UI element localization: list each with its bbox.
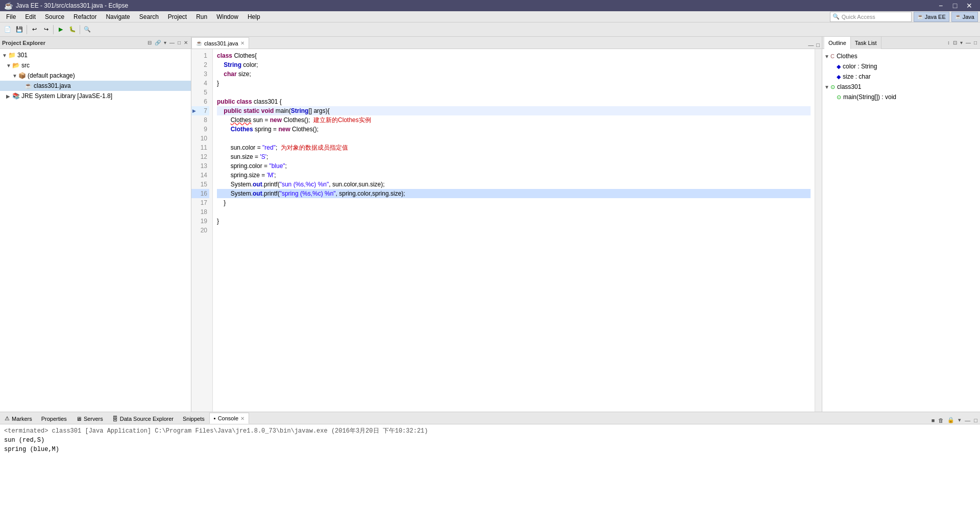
new-button[interactable]: 📄 — [2, 24, 13, 35]
outline-item-main[interactable]: ⊙ main(String[]) : void — [822, 92, 980, 102]
outline-class-icon-class301: ⊙ — [830, 84, 835, 90]
menu-search[interactable]: Search — [135, 12, 163, 21]
ln-17: 17 — [191, 198, 209, 207]
code-line-11: sun.color = "red"; 为对象的数据成员指定值 — [217, 143, 811, 152]
menu-window[interactable]: Window — [212, 12, 242, 21]
task-list-tab-btn[interactable]: Task List — [851, 37, 881, 49]
link-editor-icon[interactable]: 🔗 — [154, 39, 162, 46]
menu-help[interactable]: Help — [243, 12, 264, 21]
tab-properties[interactable]: Properties — [37, 413, 71, 424]
tab-java-icon: ☕ — [196, 40, 202, 46]
outline-label-main: main(String[]) : void — [843, 93, 896, 101]
kw-public-2: public — [224, 106, 241, 115]
tab-data-source[interactable]: 🗄 Data Source Explorer — [108, 413, 178, 424]
tab-console[interactable]: ▪ Console ✕ — [209, 413, 249, 424]
tab-label-data-source: Data Source Explorer — [120, 416, 174, 422]
menu-run[interactable]: Run — [192, 12, 211, 21]
project-explorer-icons: ⊟ 🔗 ▾ — □ ✕ — [146, 39, 189, 46]
java-perspective[interactable]: ☕ Java — [951, 12, 978, 22]
editor-minimize-icon[interactable]: — — [807, 41, 815, 49]
tab-servers[interactable]: 🖥 Servers — [71, 413, 108, 424]
console-close-icon[interactable]: ✕ — [240, 416, 244, 421]
tab-markers[interactable]: ⚠ Markers — [0, 413, 37, 424]
view-menu-icon[interactable]: ▾ — [163, 39, 167, 46]
console-scroll-lock-icon[interactable]: 🔒 — [946, 416, 956, 424]
debug-button[interactable]: 🐛 — [67, 24, 78, 35]
console-terminate-icon[interactable]: ■ — [930, 417, 937, 424]
outline-item-color[interactable]: ◆ color : String — [822, 61, 980, 72]
title-bar-controls: − □ ✕ — [934, 1, 976, 10]
kw-void: void — [261, 106, 274, 115]
tree-item-src[interactable]: ▼ 📂 src — [0, 60, 191, 70]
menu-edit[interactable]: Edit — [21, 12, 40, 21]
outline-class-icon-clothes: C — [830, 53, 835, 59]
close-button[interactable]: ✕ — [963, 1, 976, 10]
outline-menu-icon[interactable]: ▾ — [959, 39, 964, 46]
outline-tab-btn[interactable]: Outline — [824, 37, 851, 49]
kw-string-2: String — [291, 106, 309, 115]
search-icon: 🔍 — [832, 13, 840, 20]
collapse-all-icon[interactable]: ⊟ — [146, 39, 153, 46]
java-ee-perspective[interactable]: ☕ Java EE — [914, 12, 949, 22]
outline-header: Outline Task List ↕ ⊡ ▾ — □ — [822, 37, 980, 49]
outline-label-size: size : char — [843, 73, 871, 80]
outline-label-color: color : String — [843, 63, 877, 70]
outline-filter-icon[interactable]: ⊡ — [952, 39, 958, 46]
tab-snippets[interactable]: Snippets — [178, 413, 209, 424]
console-menu-icon[interactable]: ▾ — [957, 416, 963, 424]
maximize-button[interactable]: □ — [948, 1, 962, 10]
ch-s: 'S' — [260, 153, 266, 160]
console-output: <terminated> class301 [Java Application]… — [0, 424, 980, 524]
ln-16: 16 — [191, 189, 209, 198]
toolbar-sep-2 — [53, 25, 54, 34]
console-minimize-icon[interactable]: — — [963, 417, 972, 424]
outline-item-class301[interactable]: ▼ ⊙ class301 — [822, 82, 980, 92]
menu-source[interactable]: Source — [41, 12, 68, 21]
editor-maximize-icon[interactable]: □ — [815, 41, 821, 49]
menu-navigate[interactable]: Navigate — [102, 12, 134, 21]
tree-item-jre[interactable]: ▶ 📚 JRE System Library [JavaSE-1.8] — [0, 91, 191, 101]
outline-item-clothes[interactable]: ▼ C Clothes — [822, 51, 980, 61]
outline-item-size[interactable]: ◆ size : char — [822, 72, 980, 82]
maximize-view-icon[interactable]: □ — [177, 39, 182, 46]
tree-item-class301[interactable]: ☕ class301.java — [0, 81, 191, 91]
kw-out-2: out — [253, 190, 262, 197]
toolbar: 📄 💾 ↩ ↪ ▶ 🐛 🔍 — [0, 22, 980, 37]
editor-tab-class301[interactable]: ☕ class301.java ✕ — [191, 37, 249, 49]
minimize-button[interactable]: − — [934, 1, 947, 10]
tree-arrow-301: ▼ — [2, 53, 7, 58]
code-clothes-sun: Clothes — [231, 115, 252, 125]
classname-clothes: Clothes — [234, 51, 255, 60]
close-view-icon[interactable]: ✕ — [183, 39, 189, 46]
menu-refactor[interactable]: Refactor — [69, 12, 101, 21]
code-line-18 — [217, 207, 811, 217]
content-area: Project Explorer ⊟ 🔗 ▾ — □ ✕ ▼ 📁 — [0, 37, 980, 524]
redo-button[interactable]: ↪ — [40, 24, 52, 35]
java-label: Java — [963, 14, 974, 20]
outline-maximize-icon[interactable]: □ — [973, 39, 978, 46]
code-line-20 — [217, 226, 811, 235]
run-button[interactable]: ▶ — [55, 24, 66, 35]
tree-item-301[interactable]: ▼ 📁 301 — [0, 50, 191, 60]
tab-close-class301[interactable]: ✕ — [240, 40, 244, 46]
tab-label-console: Console — [218, 415, 238, 421]
console-clear-icon[interactable]: 🗑 — [937, 417, 945, 424]
undo-button[interactable]: ↩ — [29, 24, 40, 35]
editor-tabs: ☕ class301.java ✕ — □ — [191, 37, 822, 49]
menu-file[interactable]: File — [2, 12, 20, 21]
quick-access-label[interactable]: Quick Access — [842, 14, 875, 20]
title-bar-left: ☕ Java EE - 301/src/class301.java - Ecli… — [4, 2, 128, 10]
console-maximize-icon[interactable]: □ — [972, 417, 979, 424]
menu-project[interactable]: Project — [164, 12, 191, 21]
minimize-view-icon[interactable]: — — [168, 39, 176, 46]
outline-sort-icon[interactable]: ↕ — [946, 39, 951, 46]
code-line-13: spring.color = "blue"; — [217, 161, 811, 171]
outline-arrow-class301: ▼ — [824, 84, 829, 90]
kw-out-1: out — [253, 181, 262, 188]
ln-9: 9 — [191, 125, 209, 134]
outline-minimize-icon[interactable]: — — [965, 39, 972, 46]
search-button[interactable]: 🔍 — [82, 24, 93, 35]
save-button[interactable]: 💾 — [14, 24, 25, 35]
tree-item-default-package[interactable]: ▼ 📦 (default package) — [0, 70, 191, 81]
title-bar: ☕ Java EE - 301/src/class301.java - Ecli… — [0, 0, 980, 11]
